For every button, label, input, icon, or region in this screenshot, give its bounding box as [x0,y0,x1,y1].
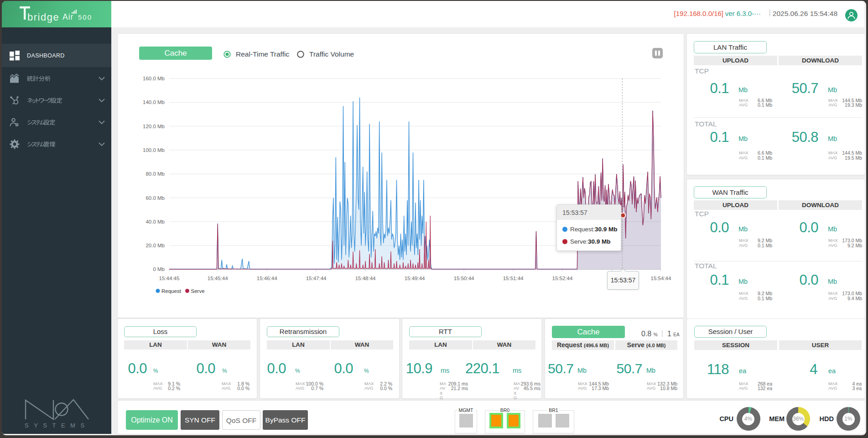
svg-text:60.0 Mb: 60.0 Mb [146,195,165,201]
svg-text:160.0 Mb: 160.0 Mb [143,76,165,81]
svg-text:Request: Request [161,288,182,294]
svg-text:0 Mb: 0 Mb [153,266,165,272]
svg-text:15:48:44: 15:48:44 [355,276,376,281]
svg-text:SYSTEMS: SYSTEMS [25,422,90,429]
svg-text:15:52:44: 15:52:44 [552,276,573,281]
svg-text:bridge: bridge [27,11,59,23]
svg-text:140.0 Mb: 140.0 Mb [143,99,165,105]
svg-text:15:44:45: 15:44:45 [159,276,180,281]
svg-text:15:45:44: 15:45:44 [208,276,228,281]
svg-text:Serve: Serve [191,288,205,294]
svg-text:40.0 Mb: 40.0 Mb [146,219,165,224]
svg-text:500: 500 [78,13,92,21]
svg-text:15:50:44: 15:50:44 [454,276,474,281]
svg-text:80.0 Mb: 80.0 Mb [146,171,165,177]
svg-text:20.0 Mb: 20.0 Mb [146,243,165,248]
svg-text:15:47:44: 15:47:44 [306,276,327,281]
svg-text:100.0 Mb: 100.0 Mb [143,147,165,153]
svg-text:15:49:44: 15:49:44 [405,276,425,281]
svg-text:15:46:44: 15:46:44 [257,276,277,281]
svg-text:120.0 Mb: 120.0 Mb [143,124,165,129]
svg-text:15:51:44: 15:51:44 [503,276,524,281]
svg-text:15:54:44: 15:54:44 [651,276,671,281]
